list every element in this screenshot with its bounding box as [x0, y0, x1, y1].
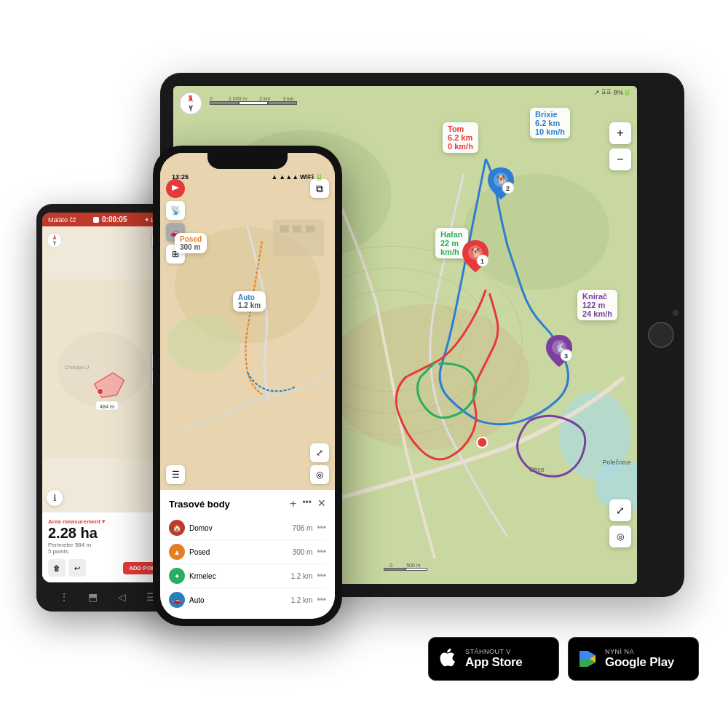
android-action-bar: 🗑 ↩ ADD POINT	[48, 559, 167, 577]
tablet-home-button[interactable]	[648, 322, 674, 348]
iphone-content: 13:25 ▲ ▲▲▲ WiFi 🔋	[160, 153, 335, 619]
googleplay-text: NYNİ NA Google Play	[605, 648, 674, 670]
iphone-screen: 13:25 ▲ ▲▲▲ WiFi 🔋	[160, 153, 335, 619]
googleplay-sub: NYNİ NA	[605, 648, 674, 655]
route-more-domov[interactable]: •••	[317, 523, 326, 533]
main-scene: Polečnice Otice ↗ ⠿⠿ 8%🔋 Tom6.2 km0 km/h…	[0, 0, 728, 728]
iphone-expand-btn[interactable]: ⤢	[310, 443, 329, 462]
store-buttons: Stáhnout v App Store	[428, 637, 699, 681]
route-item-domov: 🏠 Domov 706 m •••	[169, 516, 326, 540]
tablet-map-controls: + −	[609, 122, 631, 170]
iphone-status-icons: ▲ ▲▲▲ WiFi 🔋	[271, 173, 323, 181]
iphone-signal-btn[interactable]: 📡	[166, 201, 185, 220]
android-status-left: Maláto čž	[48, 216, 76, 223]
route-close-btn[interactable]: ✕	[317, 497, 326, 510]
svg-rect-43	[280, 226, 289, 233]
svg-text:N: N	[189, 95, 192, 100]
tablet-scale-bottom: 0 500 m	[384, 563, 427, 571]
iphone-time: 13:25	[172, 173, 189, 181]
route-more-posed[interactable]: •••	[317, 547, 326, 557]
android-compass[interactable]	[47, 232, 63, 251]
android-nav-home[interactable]: ⬒	[87, 590, 100, 604]
route-title: Trasové body	[169, 499, 230, 510]
perimeter-label: Perimeter 584 m	[48, 542, 167, 548]
timer-stop-icon	[93, 217, 99, 223]
svg-text:Otice: Otice	[529, 466, 545, 473]
android-nav-back[interactable]: ◁	[116, 590, 129, 604]
svg-point-35	[98, 389, 103, 395]
googleplay-button[interactable]: NYNİ NA Google Play	[568, 637, 699, 681]
svg-rect-45	[306, 226, 314, 233]
route-icon-domov: 🏠	[169, 520, 185, 536]
route-header: Trasové body + ••• ✕	[169, 497, 326, 510]
play-icon	[577, 649, 598, 669]
area-measurement-label[interactable]: Area measurement ▾	[48, 518, 167, 525]
iphone-map[interactable]: Posed300 m Auto1.2 km 📡	[160, 153, 335, 490]
route-item-auto: 🚗 Auto 1.2 km •••	[169, 588, 326, 612]
route-item-posed: ▲ Posed 300 m •••	[169, 540, 326, 564]
route-actions: + ••• ✕	[290, 497, 326, 510]
svg-text:484 m: 484 m	[100, 404, 114, 410]
svg-text:2: 2	[506, 185, 510, 192]
tablet-status-bar: ↗ ⠿⠿ 8%🔋	[594, 89, 631, 96]
posed-label: Posed300 m	[175, 233, 207, 253]
svg-text:Polečnice: Polečnice	[603, 459, 631, 466]
route-add-btn[interactable]: +	[290, 497, 296, 510]
route-icon-posed: ▲	[169, 544, 185, 560]
delete-btn[interactable]: 🗑	[48, 559, 66, 577]
route-icon-krmelec: ✦	[169, 568, 185, 584]
iphone-menu-btn[interactable]: ☰	[166, 465, 185, 484]
tablet-scale: 0 1 000 m 2 km 3 km	[210, 96, 297, 105]
tablet-bottom-controls: ⤢ ◎	[609, 499, 631, 547]
svg-text:3: 3	[564, 352, 568, 360]
appstore-button[interactable]: Stáhnout v App Store	[428, 637, 559, 681]
svg-text:1: 1	[480, 258, 484, 265]
route-more-krmelec[interactable]: •••	[317, 571, 326, 581]
android-nav-menu[interactable]: ⋮	[58, 590, 71, 604]
svg-rect-44	[293, 226, 301, 233]
tablet-zoom-plus[interactable]: +	[609, 122, 631, 144]
route-more-auto[interactable]: •••	[317, 595, 326, 605]
pin-tom: 🐕 1	[461, 239, 490, 277]
iphone-bottom-controls: ⤢ ◎	[310, 443, 329, 484]
auto-label: Auto1.2 km	[233, 291, 266, 312]
pin-knirac: 🐇 3	[545, 333, 574, 371]
svg-rect-42	[273, 220, 324, 256]
svg-point-41	[167, 314, 240, 373]
tracker-tom-label: Tom6.2 km0 km/h	[443, 122, 478, 153]
tracker-knirac-label: Knirač122 m24 km/h	[577, 290, 617, 320]
route-icon-auto: 🚗	[169, 592, 185, 608]
appstore-text: Stáhnout v App Store	[465, 648, 523, 670]
iphone-map-svg	[160, 153, 335, 490]
undo-btn[interactable]: ↩	[68, 559, 86, 577]
appstore-sub: Stáhnout v	[465, 648, 523, 655]
route-more-btn[interactable]: •••	[302, 497, 312, 510]
svg-marker-46	[172, 185, 179, 191]
tablet-battery: ↗ ⠿⠿ 8%🔋	[594, 89, 631, 96]
svg-point-10	[477, 438, 487, 448]
apple-icon	[438, 647, 458, 671]
route-item-krmelec: ✦ Krmelec 1.2 km •••	[169, 564, 326, 588]
android-timer: 0:00:05	[93, 215, 127, 223]
area-value: 2.28 ha	[48, 525, 167, 542]
iphone-bottom-panel: Trasové body + ••• ✕ 🏠 Domov 706 m •••	[160, 490, 335, 619]
tablet-zoom-minus[interactable]: −	[609, 149, 631, 170]
tablet-expand-btn[interactable]: ⤢	[609, 499, 631, 521]
tablet-camera	[673, 310, 678, 316]
tablet-compass[interactable]: N	[179, 92, 202, 118]
points-label: 5 points	[48, 548, 167, 555]
android-info-btn[interactable]: ℹ	[47, 490, 63, 506]
iphone-device: 13:25 ▲ ▲▲▲ WiFi 🔋	[153, 146, 342, 626]
iphone-notch	[207, 153, 288, 169]
pin-brixie: 🐕 2	[486, 166, 515, 204]
appstore-main: App Store	[465, 655, 523, 670]
googleplay-main: Google Play	[605, 655, 674, 670]
iphone-locate-btn[interactable]: ◎	[310, 465, 329, 484]
svg-text:Chalupa U: Chalupa U	[65, 365, 90, 371]
tablet-location-btn[interactable]: ◎	[609, 526, 631, 547]
tracker-brixie-label: Brixie6.2 km10 km/h	[530, 108, 570, 138]
